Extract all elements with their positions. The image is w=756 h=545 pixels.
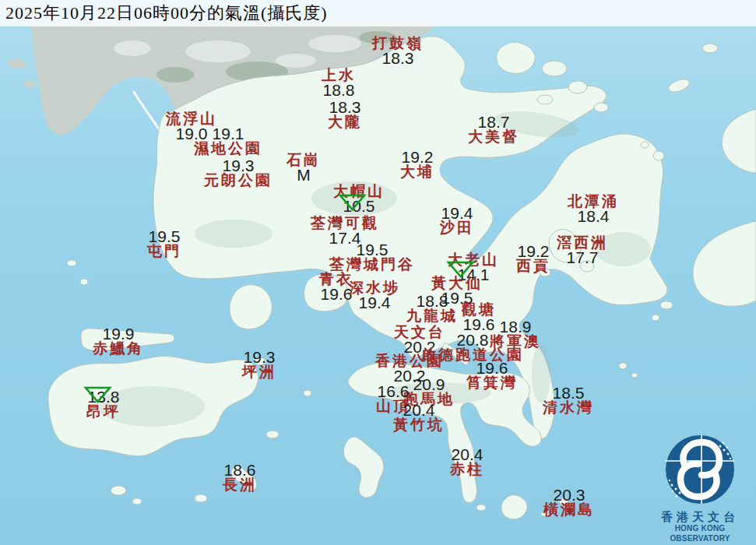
station-value: 20.8 <box>421 332 524 347</box>
station-value: 18.5 <box>543 385 594 400</box>
station-value: 18.3 <box>328 100 362 114</box>
hko-logo: 香港天文台 HONG KONG OBSERVATORY <box>645 432 754 543</box>
station-荃灣城門谷: 19.5荃灣城門谷 <box>329 242 415 272</box>
station-value: 19.5 <box>329 242 415 257</box>
station-打鼓嶺: 打鼓嶺18.3 <box>372 36 424 65</box>
station-value: 19.5 <box>147 229 181 244</box>
station-value: 19.2 <box>400 149 434 164</box>
station-大隴: 18.3大隴 <box>328 100 362 129</box>
station-value: 20.4 <box>393 403 445 417</box>
station-value: 18.8 <box>406 294 458 308</box>
logo-text-zh: 香港天文台 <box>645 510 754 523</box>
station-name: 西貢 <box>516 258 550 273</box>
station-清水灣: 18.5清水灣 <box>543 385 594 415</box>
title-bar: 2025年10月22日06時00分的氣溫(攝氏度) <box>0 0 756 26</box>
station-北潭涌: 北潭涌18.4 <box>568 194 619 223</box>
station-value: 10.5 <box>333 199 385 213</box>
station-大埔: 19.2大埔 <box>400 149 434 179</box>
station-value: 20.3 <box>543 487 595 502</box>
hko-emblem-icon <box>663 432 737 507</box>
station-坪洲: 19.3坪洲 <box>242 350 276 379</box>
station-value: 16.6 <box>376 384 410 399</box>
station-赤鱲角: 19.9赤鱲角 <box>93 326 144 356</box>
stations-layer: 打鼓嶺18.3上水18.818.3大隴18.7大美督流浮山19.019.1濕地公… <box>0 0 756 545</box>
station-大帽山: 大帽山10.5 <box>333 184 385 213</box>
station-name: 大美督 <box>468 129 519 144</box>
station-value: 19.4 <box>440 206 474 220</box>
logo-text-en: HONG KONG OBSERVATORY <box>645 523 754 543</box>
station-滘西洲: 滘西洲17.7 <box>557 235 608 265</box>
station-上水: 上水18.8 <box>322 68 356 97</box>
station-name: 沙田 <box>440 220 474 235</box>
station-name: 九龍城 <box>406 308 458 323</box>
station-筲箕灣: 19.6筲箕灣 <box>466 360 518 390</box>
hko-temperature-map-screen: 打鼓嶺18.3上水18.818.3大隴18.7大美督流浮山19.019.1濕地公… <box>0 0 756 545</box>
station-name: 濕地公園 <box>194 141 262 156</box>
station-長洲: 18.6長洲 <box>223 462 257 492</box>
station-value: 18.6 <box>223 462 257 477</box>
station-黃竹坑: 20.4黃竹坑 <box>393 403 445 432</box>
station-濕地公園: 19.1濕地公園 <box>194 126 262 156</box>
station-橫瀾島: 20.3橫瀾島 <box>543 487 595 517</box>
station-name: 筲箕灣 <box>466 375 518 390</box>
station-value: 19.1 <box>194 126 262 141</box>
station-value: 19.2 <box>516 244 550 258</box>
map-title: 2025年10月22日06時00分的氣溫(攝氏度) <box>0 2 328 25</box>
station-name: 大隴 <box>328 114 362 129</box>
station-name: 黃竹坑 <box>393 417 445 432</box>
station-西貢: 19.2西貢 <box>516 244 550 273</box>
station-石崗: 石崗M <box>287 153 321 182</box>
station-value: 19.6 <box>466 360 518 375</box>
station-value: 20.9 <box>403 377 455 392</box>
station-大美督: 18.7大美督 <box>468 114 519 144</box>
station-value: 19.4 <box>349 295 400 310</box>
station-name: 清水灣 <box>543 400 594 415</box>
station-name: 屯門 <box>147 244 181 258</box>
station-name: 橫瀾島 <box>543 502 595 517</box>
station-深水埗: 深水埗19.4 <box>349 280 400 310</box>
station-value: 17.7 <box>557 250 608 265</box>
station-name: 昂坪 <box>86 404 121 419</box>
station-name: 荃灣城門谷 <box>329 257 415 272</box>
station-赤柱: 20.4赤柱 <box>450 447 484 476</box>
station-name: 元朗公園 <box>204 173 273 188</box>
station-value: M <box>287 167 321 182</box>
station-name: 坪洲 <box>242 364 276 379</box>
station-value: 18.4 <box>568 209 619 223</box>
station-昂坪: 13.8昂坪 <box>86 389 121 419</box>
station-value: 20.4 <box>450 447 484 462</box>
station-value: 19.3 <box>204 158 273 173</box>
station-元朗公園: 19.3元朗公園 <box>204 158 273 188</box>
station-name: 大埔 <box>400 164 434 179</box>
station-name: 赤鱲角 <box>93 341 144 356</box>
station-value: 13.8 <box>86 389 121 404</box>
station-value: 18.8 <box>322 83 356 97</box>
station-value: 18.3 <box>372 51 424 65</box>
station-name: 赤柱 <box>450 462 484 476</box>
station-九龍城: 18.8九龍城 <box>406 294 458 323</box>
station-沙田: 19.4沙田 <box>440 206 474 235</box>
station-value: 19.9 <box>93 326 144 341</box>
station-value: 19.3 <box>242 350 276 364</box>
station-屯門: 19.5屯門 <box>147 229 181 258</box>
station-name: 長洲 <box>223 477 257 492</box>
station-value: 18.7 <box>468 114 519 129</box>
